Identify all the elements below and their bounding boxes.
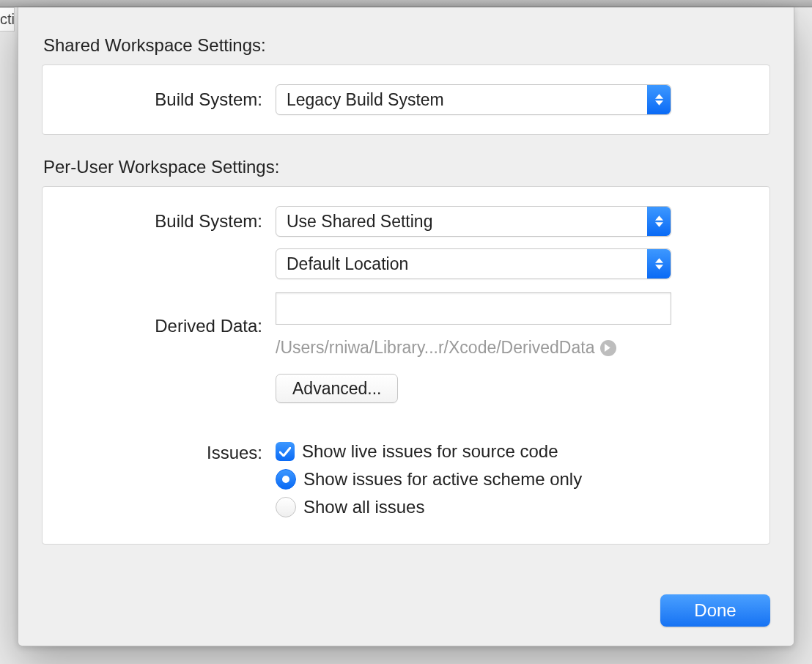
shared-build-system-value: Legacy Build System xyxy=(287,90,444,110)
chevron-up-down-icon xyxy=(647,85,671,114)
radio-unselected-icon xyxy=(276,497,296,517)
issues-active-scheme-radio[interactable]: Show issues for active scheme only xyxy=(276,469,582,490)
radio-selected-icon xyxy=(276,469,296,490)
per-user-settings-heading: Per-User Workspace Settings: xyxy=(43,157,770,177)
shared-build-system-label: Build System: xyxy=(63,89,276,110)
per-user-settings-box: Build System: Use Shared Setting Derived… xyxy=(42,186,770,545)
sheet-footer: Done xyxy=(42,575,770,627)
per-user-build-system-label: Build System: xyxy=(63,211,276,232)
issues-active-scheme-label: Show issues for active scheme only xyxy=(303,469,582,490)
advanced-button[interactable]: Advanced... xyxy=(276,374,398,403)
derived-data-label: Derived Data: xyxy=(63,316,276,336)
derived-data-value: Default Location xyxy=(287,254,408,274)
checkbox-checked-icon xyxy=(276,442,295,461)
derived-data-popup[interactable]: Default Location xyxy=(276,248,671,279)
live-issues-checkbox-row[interactable]: Show live issues for source code xyxy=(276,441,558,462)
background-tab-fragment: cti xyxy=(0,7,15,32)
window-titlebar xyxy=(0,0,812,7)
derived-data-resolved-path: /Users/rniwa/Library...r/Xcode/DerivedDa… xyxy=(276,338,594,358)
issues-label: Issues: xyxy=(63,441,276,463)
chevron-up-down-icon xyxy=(647,207,671,236)
derived-data-custom-path-input[interactable] xyxy=(276,292,671,325)
per-user-build-system-popup[interactable]: Use Shared Setting xyxy=(276,206,671,237)
reveal-in-finder-icon[interactable] xyxy=(600,340,616,356)
done-button[interactable]: Done xyxy=(660,594,770,627)
per-user-build-system-value: Use Shared Setting xyxy=(287,212,432,232)
shared-settings-heading: Shared Workspace Settings: xyxy=(43,35,770,56)
settings-panel: Shared Workspace Settings: Build System:… xyxy=(18,7,794,646)
live-issues-label: Show live issues for source code xyxy=(302,441,558,462)
shared-settings-box: Build System: Legacy Build System xyxy=(42,64,770,135)
workspace-settings-sheet: cti Shared Workspace Settings: Build Sys… xyxy=(0,0,812,664)
issues-all-radio[interactable]: Show all issues xyxy=(276,497,424,517)
chevron-up-down-icon xyxy=(647,249,671,278)
shared-build-system-popup[interactable]: Legacy Build System xyxy=(276,84,671,115)
issues-all-label: Show all issues xyxy=(303,497,424,517)
